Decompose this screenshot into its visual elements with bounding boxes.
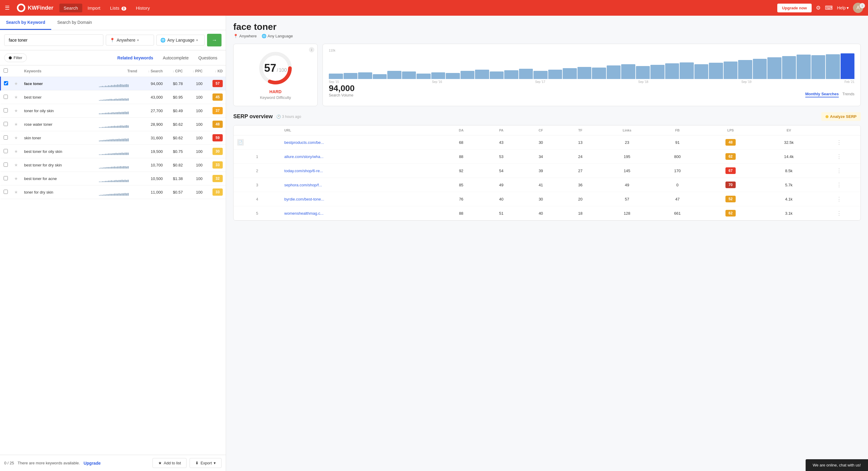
col-search[interactable]: ↕ Search [140, 65, 166, 77]
table-row[interactable]: ★ skin toner 31,600 $0.62 100 59 [1, 131, 226, 145]
star-icon[interactable]: ★ [14, 95, 18, 99]
serp-menu-icon[interactable]: ⋮ [836, 196, 842, 202]
serp-url-link[interactable]: womenshealthmag.c... [284, 211, 323, 215]
x-label-2: Sep '17 [535, 80, 545, 84]
star-icon[interactable]: ★ [14, 149, 18, 154]
keyword-title: face toner [233, 22, 861, 32]
serp-fb-cell: 800 [654, 150, 701, 164]
tab-autocomplete[interactable]: Autocomplete [158, 54, 193, 62]
serp-row[interactable]: 📄 bestproducts.com/be... 68 43 30 13 23 … [234, 136, 861, 150]
serp-url-link[interactable]: bestproducts.com/be... [284, 140, 324, 145]
trend-bar [108, 126, 109, 128]
row-checkbox[interactable] [4, 149, 8, 153]
row-checkbox[interactable] [4, 108, 8, 113]
row-checkbox[interactable] [4, 122, 8, 126]
nav-history[interactable]: History [132, 4, 154, 12]
table-row[interactable]: ★ best toner 43,000 $0.95 100 45 [1, 90, 226, 104]
star-icon[interactable]: ★ [14, 190, 18, 195]
serp-row[interactable]: 4 byrdie.com/best-tone... 76 40 30 20 57… [234, 192, 861, 206]
trend-bar [111, 180, 112, 182]
filter-button[interactable]: Filter [4, 53, 27, 62]
row-checkbox[interactable] [4, 95, 8, 99]
table-row[interactable]: ★ rose water toner 28,900 $0.62 100 48 [1, 118, 226, 131]
col-cpc[interactable]: ↕ CPC [166, 65, 186, 77]
serp-row[interactable]: 2 today.com/shop/6-re... 92 54 39 27 145… [234, 164, 861, 178]
row-checkbox[interactable] [4, 81, 8, 85]
menu-icon[interactable]: ☰ [5, 4, 10, 11]
row-kd-cell: 32 [206, 172, 226, 185]
star-icon[interactable]: ★ [14, 176, 18, 181]
star-icon[interactable]: ★ [14, 163, 18, 167]
serp-col-links: Links [600, 125, 654, 136]
location-select[interactable]: 📍 Anywhere ▾ [106, 35, 154, 46]
trend-bar [99, 168, 100, 169]
add-to-list-button[interactable]: ★ Add to list [153, 458, 187, 468]
language-select[interactable]: 🌐 Any Language ▾ [156, 35, 205, 46]
settings-icon[interactable]: ⚙ [816, 4, 821, 11]
serp-url-link[interactable]: byrdie.com/best-tone... [284, 197, 324, 201]
serp-url-link[interactable]: today.com/shop/6-re... [284, 169, 323, 173]
analyze-serp-button[interactable]: Analyze SERP [821, 112, 861, 121]
table-row[interactable]: ★ best toner for oily skin 19,500 $0.75 … [1, 145, 226, 158]
table-row[interactable]: ★ face toner 94,000 $0.78 100 57 [1, 77, 226, 90]
serp-menu-icon[interactable]: ⋮ [836, 182, 842, 188]
trend-bar [102, 127, 103, 128]
serp-row[interactable]: 5 womenshealthmag.c... 88 51 40 18 128 6… [234, 206, 861, 220]
serp-menu-icon[interactable]: ⋮ [836, 210, 842, 216]
keyboard-icon[interactable]: ⌨ [825, 4, 833, 11]
chat-banner[interactable]: We are online, chat with us! [806, 459, 868, 471]
tab-related[interactable]: Related keywords [113, 54, 157, 62]
row-star-cell: ★ [11, 131, 21, 145]
help-button[interactable]: Help ▾ [837, 5, 849, 10]
nav-import[interactable]: Import [84, 4, 105, 12]
serp-url-link[interactable]: sephora.com/shop/f... [284, 183, 322, 187]
nav-lists[interactable]: Lists 0 [106, 4, 130, 12]
kd-badge: 57 [213, 80, 223, 87]
col-kd[interactable]: ↕ KD [206, 65, 226, 77]
keyword-input[interactable] [4, 34, 103, 46]
tab-keyword[interactable]: Search by Keyword [0, 16, 51, 30]
upgrade-button[interactable]: Upgrade now [777, 4, 812, 12]
serp-url-cell: womenshealthmag.c... [281, 206, 441, 220]
row-kd-cell: 45 [206, 90, 226, 104]
serp-pa-cell: 53 [482, 150, 521, 164]
tab-domain[interactable]: Search by Domain [51, 16, 98, 30]
star-icon[interactable]: ★ [14, 122, 18, 127]
select-all-checkbox[interactable] [4, 68, 8, 73]
upgrade-link[interactable]: Upgrade [84, 461, 101, 466]
star-icon[interactable]: ★ [14, 81, 18, 86]
serp-url-link[interactable]: allure.com/story/wha... [284, 154, 323, 159]
serp-ev-cell: 3.1k [760, 206, 817, 220]
star-icon[interactable]: ★ [14, 108, 18, 113]
star-icon[interactable]: ★ [14, 136, 18, 140]
serp-menu-icon[interactable]: ⋮ [836, 139, 842, 145]
top-nav: ☰ KWFinder Search Import Lists 0 History… [0, 0, 868, 16]
col-ppc[interactable]: ↕ PPC [186, 65, 206, 77]
trend-bar [119, 139, 120, 141]
serp-col-url: URL [281, 125, 441, 136]
nav-search[interactable]: Search [59, 4, 82, 12]
export-button[interactable]: ⬇ Export ▾ [190, 458, 221, 468]
serp-row[interactable]: 3 sephora.com/shop/f... 85 49 41 36 49 0… [234, 178, 861, 192]
table-row[interactable]: ★ best toner for acne 10,500 $1.38 100 3… [1, 172, 226, 185]
row-checkbox[interactable] [4, 163, 8, 167]
row-checkbox[interactable] [4, 136, 8, 140]
serp-row[interactable]: 1 allure.com/story/wha... 88 53 34 24 19… [234, 150, 861, 164]
trend-bar [117, 153, 118, 155]
tab-trends[interactable]: Trends [842, 92, 855, 97]
table-row[interactable]: ★ toner for dry skin 11,000 $0.57 100 33 [1, 185, 226, 199]
trend-bar [117, 126, 118, 128]
trend-bar [127, 153, 129, 155]
trend-bar [124, 84, 126, 87]
search-go-button[interactable]: → [207, 34, 221, 47]
kd-info-icon[interactable]: i [309, 47, 314, 53]
tab-questions[interactable]: Questions [194, 54, 221, 62]
table-row[interactable]: ★ best toner for dry skin 10,700 $0.82 1… [1, 158, 226, 172]
volume-bar [344, 73, 358, 79]
tab-monthly-searches[interactable]: Monthly Searches [805, 92, 839, 97]
serp-menu-icon[interactable]: ⋮ [836, 153, 842, 159]
row-checkbox[interactable] [4, 190, 8, 194]
row-checkbox[interactable] [4, 176, 8, 180]
table-row[interactable]: ★ toner for oily skin 27,700 $0.49 100 3… [1, 104, 226, 118]
serp-menu-icon[interactable]: ⋮ [836, 168, 842, 174]
